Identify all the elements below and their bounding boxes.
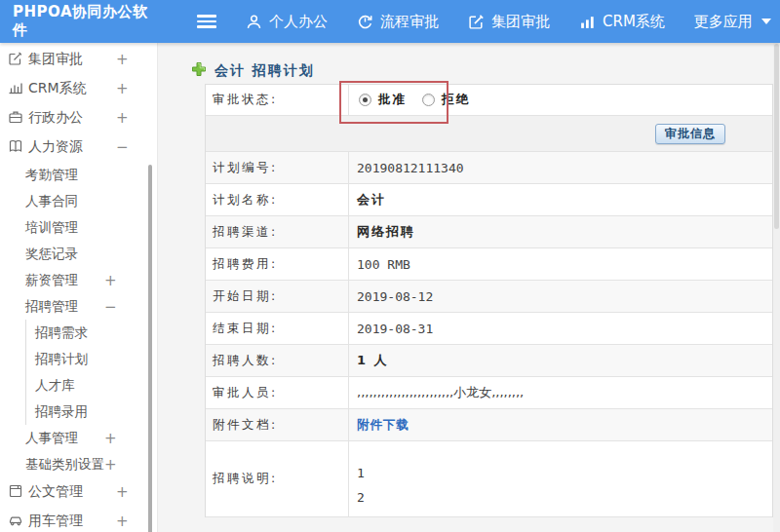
field-label: 审批状态: (206, 85, 349, 115)
sidebar-item-label: 培训管理 (25, 219, 78, 237)
sidebar-item-recruit-demand[interactable]: 招聘需求 (26, 320, 157, 346)
sidebar-item-crm-system[interactable]: CRM系统 + (0, 74, 157, 103)
field-value: 1 人 (349, 345, 772, 376)
top-nav: 个人办公 流程审批 集团审批 (246, 13, 771, 31)
hamburger-menu-icon[interactable] (197, 15, 216, 28)
content-scrollbar[interactable] (773, 43, 780, 532)
field-value: 网络招聘 (349, 216, 772, 247)
field-label: 招聘渠道: (206, 216, 349, 247)
sidebar-item-recruit-hire[interactable]: 招聘录用 (26, 399, 157, 425)
sidebar-item-label: 集团审批 (28, 51, 83, 68)
sidebar-item-label: 基础类别设置 (25, 456, 104, 474)
sidebar-item-recruit-plan[interactable]: 招聘计划 (26, 346, 157, 372)
sidebar-item-salary[interactable]: 薪资管理 + (0, 267, 157, 293)
expand-plus-icon[interactable]: + (116, 109, 129, 127)
sidebar-item-human-resources[interactable]: 人力资源 − (0, 133, 157, 162)
field-value: 会计 (349, 184, 772, 215)
description-line: 1 (357, 461, 365, 485)
sidebar-item-label: 人力资源 (28, 138, 83, 156)
sidebar-item-recruit-mgmt[interactable]: 招聘管理 − (0, 293, 157, 320)
sidebar-item-label: 招聘录用 (35, 403, 88, 421)
approval-radio-group: 批准 拒绝 (357, 92, 470, 108)
nav-more-apps[interactable]: 更多应用 (694, 13, 771, 31)
field-row-recruit-cost: 招聘费用: 100 RMB (206, 248, 772, 281)
radio-reject[interactable]: 拒绝 (422, 92, 470, 108)
description-cell: 1 2 (349, 441, 772, 516)
field-row-headcount: 招聘人数: 1 人 (206, 345, 772, 377)
plus-icon (191, 61, 207, 81)
sidebar-item-label: 人事管理 (25, 430, 78, 447)
field-value: 20190812111340 (349, 152, 772, 183)
sidebar-item-hr-contract[interactable]: 人事合同 (0, 188, 157, 214)
nav-label: CRM系统 (603, 13, 665, 31)
sidebar-item-label: CRM系统 (28, 80, 87, 97)
app-title: PHPOA协同办公软件 (0, 3, 158, 40)
sidebar-item-label: 招聘计划 (35, 351, 88, 368)
field-row-approval-status: 审批状态: 批准 拒绝 (206, 85, 772, 116)
sidebar-item-attendance[interactable]: 考勤管理 (0, 162, 157, 188)
recruit-submenu: 招聘需求 招聘计划 人才库 招聘录用 (25, 320, 157, 425)
field-value: 2019-08-12 (349, 281, 772, 312)
nav-group-approval[interactable]: 集团审批 (468, 13, 550, 31)
chart-icon (579, 14, 596, 30)
radio-button-icon[interactable] (359, 94, 371, 106)
radio-approve[interactable]: 批准 (359, 92, 407, 108)
expand-plus-icon[interactable]: + (116, 51, 129, 68)
attachment-download-link[interactable]: 附件下载 (357, 417, 410, 434)
expand-plus-icon[interactable]: + (116, 80, 129, 97)
page-title-bar: 会计 招聘计划 (158, 43, 780, 84)
sidebar-scrollbar[interactable] (148, 165, 152, 532)
field-label: 开始日期: (206, 281, 349, 312)
expand-plus-icon[interactable]: + (104, 430, 117, 447)
nav-process-approval[interactable]: 流程审批 (357, 13, 439, 31)
sidebar-item-rewards[interactable]: 奖惩记录 (0, 241, 157, 267)
nav-crm-system[interactable]: CRM系统 (579, 13, 665, 31)
attachment-cell: 附件下载 (349, 409, 772, 440)
main-content: 会计 招聘计划 审批状态: 批准 拒绝 (158, 43, 780, 532)
expand-plus-icon[interactable]: + (116, 483, 129, 501)
nav-label: 流程审批 (380, 13, 439, 31)
nav-label: 集团审批 (491, 13, 550, 31)
nav-personal-office[interactable]: 个人办公 (246, 13, 328, 31)
radio-button-icon[interactable] (422, 94, 435, 106)
sidebar-item-document-mgmt[interactable]: 公文管理 + (0, 477, 157, 507)
field-value: 2019-08-31 (349, 313, 772, 344)
field-row-plan-name: 计划名称: 会计 (206, 184, 772, 216)
sidebar-item-label: 公文管理 (28, 483, 83, 501)
car-icon (8, 513, 23, 531)
description-line: 2 (357, 485, 365, 510)
sidebar-item-label: 考勤管理 (25, 167, 78, 184)
process-icon (357, 14, 373, 30)
sidebar-item-personnel-mgmt[interactable]: 人事管理 + (0, 425, 157, 451)
approval-info-button[interactable]: 审批信息 (655, 124, 725, 144)
sidebar-item-label: 薪资管理 (25, 272, 78, 289)
person-icon (246, 14, 262, 30)
bar-chart-icon (8, 80, 23, 98)
sidebar-item-admin-office[interactable]: 行政办公 + (0, 103, 157, 133)
app-window: PHPOA协同办公软件 个人办公 流程审批 (0, 0, 780, 532)
field-label: 审批人员: (206, 377, 349, 408)
field-label: 招聘人数: (206, 345, 349, 376)
field-label: 招聘费用: (206, 248, 349, 280)
recruit-plan-form: 审批状态: 批准 拒绝 审批信息 (205, 84, 773, 517)
sidebar-item-label: 招聘需求 (35, 324, 88, 342)
edit-icon (468, 14, 485, 30)
collapse-minus-icon[interactable]: − (116, 138, 129, 156)
approval-button-row: 审批信息 (206, 116, 772, 152)
field-label: 计划名称: (206, 184, 349, 215)
sidebar-item-base-category[interactable]: 基础类别设置 + (0, 451, 157, 477)
sidebar-item-vehicle-mgmt[interactable]: 用车管理 + (0, 507, 157, 532)
field-row-description: 招聘说明: 1 2 (206, 441, 772, 517)
sidebar-item-talent-pool[interactable]: 人才库 (26, 372, 157, 399)
field-label: 附件文档: (206, 409, 349, 440)
expand-plus-icon[interactable]: + (116, 513, 129, 530)
briefcase-icon (8, 109, 23, 128)
sidebar-item-label: 人事合同 (25, 193, 78, 210)
radio-label: 拒绝 (442, 92, 470, 108)
sidebar-item-training[interactable]: 培训管理 (0, 214, 157, 241)
expand-plus-icon[interactable]: + (104, 272, 117, 289)
sidebar-item-group-approval[interactable]: 集团审批 + (0, 45, 157, 74)
approval-status-cell: 批准 拒绝 (349, 85, 772, 115)
expand-plus-icon[interactable]: + (104, 456, 117, 474)
collapse-minus-icon[interactable]: − (104, 298, 117, 316)
